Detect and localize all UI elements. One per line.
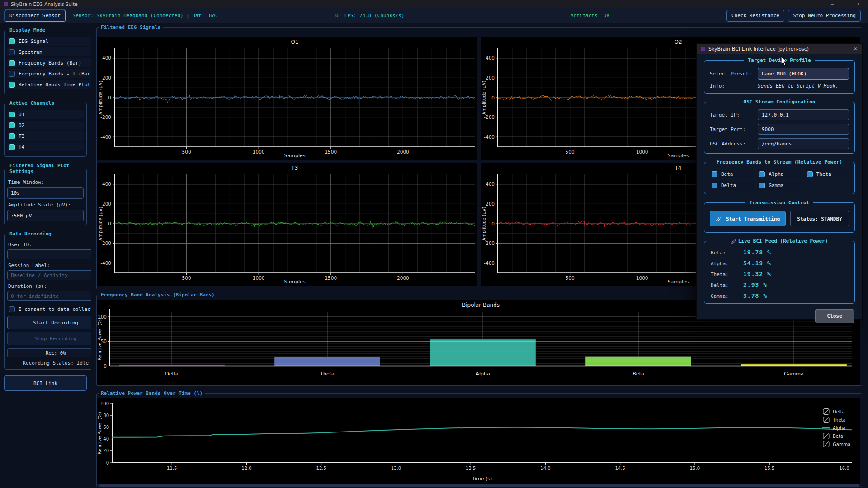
- user-id-input[interactable]: [7, 249, 104, 259]
- checkbox-icon[interactable]: [712, 183, 717, 188]
- active-channels-title: Active Channels: [8, 100, 56, 106]
- svg-text:Relative Power (%): Relative Power (%): [97, 412, 102, 454]
- svg-text:Gamma: Gamma: [833, 442, 851, 447]
- live-feed-title-text: Live BCI Feed (Relative Power): [738, 238, 828, 244]
- session-input[interactable]: [7, 270, 104, 280]
- check-label: Alpha: [769, 171, 783, 177]
- checkbox-icon[interactable]: [9, 60, 15, 66]
- stream-band-alpha[interactable]: Alpha: [757, 169, 801, 178]
- display-mode-frequency-bands[interactable]: Frequency Bands (Bar): [7, 58, 95, 67]
- check-label: Beta: [721, 171, 733, 177]
- feed-value: 19.32 %: [743, 271, 771, 277]
- checkbox-icon[interactable]: [759, 171, 765, 177]
- consent-checkbox[interactable]: [9, 306, 15, 312]
- feed-row-alpha: Alpha: 54.19 %: [711, 260, 848, 267]
- osc-address-input[interactable]: [758, 138, 849, 149]
- app-icon: [4, 2, 8, 6]
- stream-band-gamma[interactable]: Gamma: [757, 181, 801, 190]
- stream-band-delta[interactable]: Delta: [710, 181, 754, 190]
- svg-text:15.5: 15.5: [764, 466, 774, 471]
- disconnect-sensor-button[interactable]: Disconnect Sensor: [5, 10, 66, 22]
- start-transmitting-button[interactable]: Start Transmitting: [710, 211, 786, 226]
- start-recording-button[interactable]: Start Recording: [7, 316, 104, 329]
- dialog-close-button[interactable]: Close: [815, 309, 854, 323]
- svg-text:O1: O1: [291, 39, 298, 45]
- checkbox-icon[interactable]: [9, 112, 15, 117]
- consent-checkbox-row[interactable]: I consent to data collection: [7, 305, 104, 314]
- stream-band-beta[interactable]: Beta: [710, 169, 754, 178]
- relative-power-section-title: Relative Power Bands Over Time (%): [99, 390, 205, 396]
- toolbar: Disconnect Sensor Sensor: SkyBrain Headb…: [0, 8, 868, 23]
- checkbox-icon[interactable]: [9, 82, 15, 88]
- time-window-select[interactable]: 10s: [7, 187, 84, 199]
- amplitude-scale-select[interactable]: ±500 µV: [7, 210, 84, 221]
- svg-text:400: 400: [486, 55, 495, 61]
- channel-t4[interactable]: T4: [7, 142, 84, 151]
- stop-recording-button[interactable]: Stop Recording: [7, 332, 104, 345]
- svg-text:Time (s): Time (s): [472, 476, 492, 482]
- duration-input[interactable]: [7, 291, 104, 301]
- osc-address-label: OSC Address:: [710, 141, 758, 147]
- target-port-label: Target Port:: [710, 127, 758, 132]
- channel-o2[interactable]: O2: [7, 121, 84, 130]
- stream-band-theta[interactable]: Theta: [805, 169, 849, 178]
- preset-select[interactable]: Game MOD (HOOK): [758, 68, 849, 80]
- feed-value: 19.78 %: [743, 249, 771, 256]
- relative-power-time-chart[interactable]: 02040608010011.512.012.513.013.514.014.5…: [97, 398, 860, 484]
- display-mode-spectrum[interactable]: Spectrum: [7, 47, 95, 56]
- dialog-title-bar[interactable]: SkyBrain BCI Link Interface (python-osc)…: [697, 44, 862, 54]
- svg-text:200: 200: [102, 201, 111, 206]
- dialog-close-icon[interactable]: ×: [853, 46, 858, 52]
- display-mode-relative-bands[interactable]: Relative Bands Time Plot: [7, 80, 95, 89]
- horizontal-scrollbar[interactable]: [97, 484, 861, 487]
- checkbox-icon[interactable]: [9, 133, 15, 139]
- feed-label: Theta:: [711, 272, 743, 277]
- check-label: Theta: [816, 171, 831, 177]
- target-ip-input[interactable]: [758, 109, 849, 120]
- checkbox-icon[interactable]: [9, 71, 15, 77]
- bci-link-button[interactable]: BCI Link: [4, 375, 87, 391]
- bands-to-stream-title: Frequency Bands to Stream (Relative Powe…: [712, 159, 846, 165]
- plot-settings-title: Filtered Signal Plot Settings: [8, 163, 84, 174]
- checkbox-icon[interactable]: [9, 38, 15, 44]
- target-device-profile-group: Target Device Profile Select Preset: Gam…: [704, 57, 855, 94]
- check-resistance-button[interactable]: Check Resistance: [726, 10, 784, 22]
- svg-text:Relative Power (%): Relative Power (%): [97, 318, 102, 360]
- dialog-app-icon: [701, 47, 705, 51]
- checkbox-icon[interactable]: [807, 171, 813, 177]
- eeg-plot-o1[interactable]: 4002000-200-400500100015002000O1SamplesA…: [97, 37, 477, 160]
- scrollbar-thumb[interactable]: [99, 484, 859, 487]
- channel-t3[interactable]: T3: [7, 131, 84, 141]
- svg-text:400: 400: [102, 55, 111, 61]
- checkbox-icon[interactable]: [9, 144, 15, 150]
- display-mode-eeg-signal[interactable]: EEG Signal: [7, 37, 95, 46]
- svg-text:Amplitude (µV): Amplitude (µV): [481, 80, 486, 115]
- user-id-label: User ID:: [8, 242, 103, 248]
- svg-text:15.0: 15.0: [690, 466, 700, 471]
- svg-text:12.5: 12.5: [316, 466, 326, 471]
- svg-text:-200: -200: [100, 114, 111, 120]
- display-mode-frequency-bands-i[interactable]: Frequency Bands - I (Bar): [7, 69, 95, 78]
- svg-text:400: 400: [486, 181, 495, 187]
- svg-text:Amplitude (µV): Amplitude (µV): [98, 206, 103, 241]
- svg-text:500: 500: [182, 275, 191, 281]
- eeg-signals-section-title: Filtered EEG Signals: [99, 24, 163, 30]
- check-label: EEG Signal: [19, 38, 48, 44]
- check-label: Frequency Bands (Bar): [19, 60, 81, 66]
- osc-config-title: OSC Stream Configuration: [740, 99, 820, 105]
- checkbox-icon[interactable]: [9, 49, 15, 55]
- recording-progress: Rec: 0%: [7, 348, 104, 357]
- minimize-button[interactable]: —: [831, 0, 834, 8]
- channel-o1[interactable]: O1: [7, 110, 84, 119]
- transmission-control-title: Transmission Control: [745, 200, 813, 206]
- checkbox-icon[interactable]: [759, 183, 765, 188]
- eeg-plot-t3[interactable]: 4002000-200-400500100015002000T3SamplesA…: [97, 163, 477, 286]
- checkbox-icon[interactable]: [712, 171, 717, 177]
- stop-neuro-processing-button[interactable]: Stop Neuro-Processing: [788, 10, 861, 22]
- checkbox-icon[interactable]: [9, 122, 15, 128]
- target-port-input[interactable]: [758, 124, 849, 135]
- active-channels-group: Active Channels O1 O2 T3 T4: [4, 100, 87, 157]
- maximize-button[interactable]: [844, 4, 847, 7]
- close-button[interactable]: ×: [857, 0, 860, 8]
- svg-text:-400: -400: [100, 134, 111, 140]
